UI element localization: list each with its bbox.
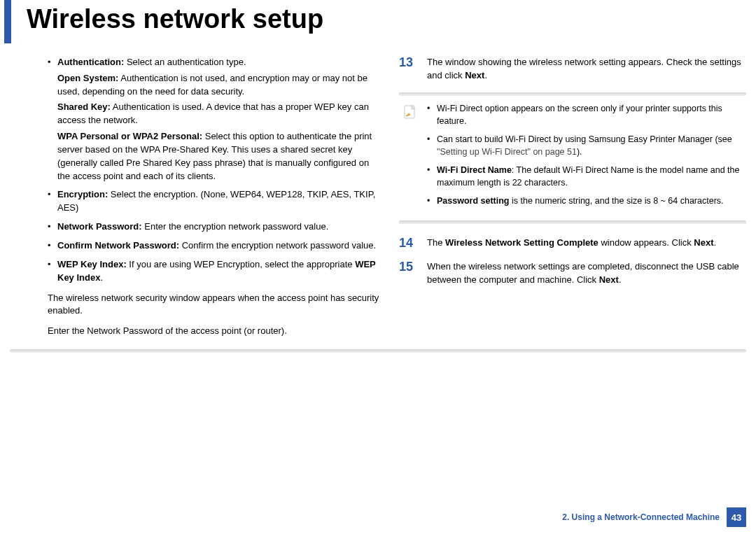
step-body: The Wireless Network Setting Complete wi… xyxy=(427,237,746,251)
label: WPA Personal or WPA2 Personal: xyxy=(57,131,202,141)
section-divider xyxy=(10,349,746,353)
label: Shared Key: xyxy=(57,101,111,112)
text: If you are using WEP Encryption, select … xyxy=(127,259,355,269)
step-13: 13 The window showing the wireless netwo… xyxy=(399,56,746,83)
text: Confirm the encryption network password … xyxy=(179,240,376,251)
note-bullets: Wi-Fi Direct option appears on the scree… xyxy=(427,102,743,213)
text: Can start to build Wi-Fi Direct by using… xyxy=(437,134,732,144)
note-samsung-manager: Can start to build Wi-Fi Direct by using… xyxy=(427,133,743,158)
bullet-network-password: Network Password: Enter the encryption n… xyxy=(48,220,382,234)
settings-bullet-list: Authentication: Select an authentication… xyxy=(35,56,382,285)
label: Wi-Fi Direct Name xyxy=(437,165,512,175)
step-number: 15 xyxy=(399,260,417,287)
text: ). xyxy=(577,147,582,157)
enter-password-note: Enter the Network Password of the access… xyxy=(35,325,382,338)
step-body: When the wireless network settings are c… xyxy=(427,260,746,287)
chapter-label: 2. Using a Network-Connected Machine xyxy=(562,512,720,522)
note-wifi-direct-name: Wi-Fi Direct Name: The default Wi-Fi Dir… xyxy=(427,164,743,189)
text: is the numeric string, and the size is 8… xyxy=(510,196,724,206)
text: When the wireless network settings are c… xyxy=(427,261,739,285)
step-body: The window showing the wireless network … xyxy=(427,56,746,83)
note-icon xyxy=(400,102,420,122)
note-password-setting: Password setting is the numeric string, … xyxy=(427,195,743,207)
text: window appears. Click xyxy=(598,237,694,248)
right-column: 13 The window showing the wireless netwo… xyxy=(399,56,746,344)
note-box: Wi-Fi Direct option appears on the scree… xyxy=(399,92,746,225)
page-ref: "Setting up Wi-Fi Direct" on page 51 xyxy=(437,147,577,157)
page-title: Wireless network setup xyxy=(4,0,756,43)
label: Password setting xyxy=(437,196,510,206)
label: Encryption: xyxy=(57,189,108,199)
security-window-note: The wireless network security window app… xyxy=(35,292,382,318)
page-number-badge: 43 xyxy=(727,507,746,527)
label: Wireless Network Setting Complete xyxy=(445,237,598,248)
label: Next xyxy=(599,274,619,285)
auth-shared-key: Shared Key: Authentication is used. A de… xyxy=(57,101,382,127)
text: Enter the encryption network password va… xyxy=(142,221,329,232)
bullet-confirm-password: Confirm Network Password: Confirm the en… xyxy=(48,239,382,253)
label: Next xyxy=(694,237,713,248)
text: . xyxy=(714,237,717,248)
label: Network Password: xyxy=(57,221,142,232)
label: Next xyxy=(465,70,484,80)
text: . xyxy=(619,274,622,285)
label: WEP Key Index: xyxy=(57,259,127,269)
content-columns: Authentication: Select an authentication… xyxy=(0,43,756,344)
bullet-wep-key-index: WEP Key Index: If you are using WEP Encr… xyxy=(48,258,382,285)
auth-open-system: Open System: Authentication is not used,… xyxy=(57,72,382,99)
text: Select an authentication type. xyxy=(124,57,246,67)
step-14: 14 The Wireless Network Setting Complete… xyxy=(399,237,746,251)
page-footer: 2. Using a Network-Connected Machine 43 xyxy=(562,507,746,527)
label: Authentication: xyxy=(57,57,124,67)
label: Confirm Network Password: xyxy=(57,240,179,251)
left-column: Authentication: Select an authentication… xyxy=(35,56,382,344)
step-number: 13 xyxy=(399,56,417,83)
step-number: 14 xyxy=(399,237,417,251)
auth-wpa: WPA Personal or WPA2 Personal: Select th… xyxy=(57,130,382,183)
step-15: 15 When the wireless network settings ar… xyxy=(399,260,746,287)
text: The xyxy=(427,237,445,248)
note-wifi-direct-support: Wi-Fi Direct option appears on the scree… xyxy=(427,102,743,127)
bullet-encryption: Encryption: Select the encryption. (None… xyxy=(48,188,382,215)
bullet-authentication: Authentication: Select an authentication… xyxy=(48,56,382,183)
label: Open System: xyxy=(57,73,118,83)
text: . xyxy=(484,70,487,80)
text: . xyxy=(100,272,103,283)
